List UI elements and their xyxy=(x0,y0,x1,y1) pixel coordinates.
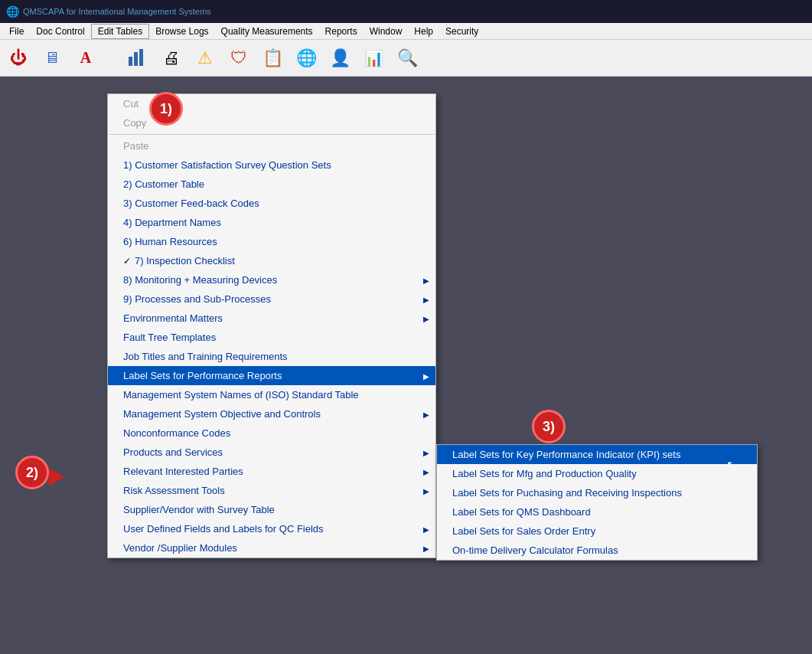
menu-reports[interactable]: Reports xyxy=(319,25,364,38)
menu-item-7[interactable]: 7) Inspection Checklist xyxy=(108,251,435,270)
menu-label-sets[interactable]: Label Sets for Performance Reports xyxy=(108,366,435,385)
menu-quality-measurements[interactable]: Quality Measurements xyxy=(215,25,319,38)
menu-doc-control[interactable]: Doc Control xyxy=(30,25,90,38)
submenu-qms[interactable]: Label Sets for QMS Dashboard xyxy=(437,502,757,522)
search-icon: 🔍 xyxy=(397,48,418,68)
menu-job[interactable]: Job Titles and Training Requirements xyxy=(108,347,435,366)
acrobat-icon: A xyxy=(80,49,91,67)
submenu-kpi[interactable]: Label Sets for Key Performance Indicator… xyxy=(437,445,757,464)
person-button[interactable]: 👤 xyxy=(324,44,355,73)
badge-2: 2) xyxy=(15,456,49,489)
menu-bar: File Doc Control Edit Tables Browse Logs… xyxy=(0,23,812,40)
menu-edit-tables[interactable]: Edit Tables xyxy=(91,24,149,39)
badge-1: 1) xyxy=(149,92,183,126)
badge-3: 3) xyxy=(532,410,566,443)
submenu-sales[interactable]: Label Sets for Sales Order Entry xyxy=(437,522,757,541)
menu-item-8[interactable]: 8) Monitoring + Measuring Devices xyxy=(108,270,435,289)
barchart-button[interactable] xyxy=(122,44,153,73)
monitor-button[interactable]: 🖥 xyxy=(37,44,67,73)
edit-tables-menu: Cut Copy Paste 1) Customer Satisfaction … xyxy=(107,93,436,558)
svg-rect-1 xyxy=(134,52,138,66)
submenu-mfg[interactable]: Label Sets for Mfg and Production Qualit… xyxy=(437,464,757,483)
badge-2-arrow xyxy=(49,468,64,486)
menu-browse-logs[interactable]: Browse Logs xyxy=(149,25,214,38)
title-bar: 🌐 QMSCAPA for International Management S… xyxy=(0,0,812,23)
menu-item-9[interactable]: 9) Processes and Sub-Processes xyxy=(108,289,435,309)
menu-risk[interactable]: Risk Assessment Tools xyxy=(108,481,435,500)
print-button[interactable]: 🖨 xyxy=(156,44,187,73)
submenu-ontime[interactable]: On-time Delivery Calculator Formulas xyxy=(437,541,757,560)
menu-products[interactable]: Products and Services xyxy=(108,443,435,462)
menu-help[interactable]: Help xyxy=(408,25,439,38)
warning-icon: ⚠ xyxy=(197,48,213,68)
menu-user-def[interactable]: User Defined Fields and Labels for QC Fi… xyxy=(108,519,435,538)
warning-button[interactable]: ⚠ xyxy=(190,44,220,73)
menu-supplier[interactable]: Supplier/Vendor with Survey Table xyxy=(108,500,435,519)
menu-file[interactable]: File xyxy=(3,25,30,38)
chart2-button[interactable]: 📊 xyxy=(358,44,389,73)
toolbar: ⏻ 🖥 A 🖨 ⚠ 🛡 📋 xyxy=(0,40,812,77)
chart2-icon: 📊 xyxy=(364,49,383,67)
app-title: QMSCAPA for International Management Sys… xyxy=(23,7,211,16)
menu-env[interactable]: Environmental Matters xyxy=(108,309,435,328)
menu-nonconf[interactable]: Nonconformance Codes xyxy=(108,423,435,443)
monitor-icon: 🖥 xyxy=(44,49,60,67)
label-sets-submenu: Label Sets for Key Performance Indicator… xyxy=(436,444,758,561)
menu-relevant[interactable]: Relevant Interested Parties xyxy=(108,462,435,481)
menu-item-1[interactable]: 1) Customer Satisfaction Survey Question… xyxy=(108,155,435,175)
svg-rect-0 xyxy=(129,57,132,66)
shield-button[interactable]: 🛡 xyxy=(223,44,254,73)
menu-vendor[interactable]: Vendor /Supplier Modules xyxy=(108,538,435,558)
svg-rect-2 xyxy=(139,49,143,66)
menu-item-3[interactable]: 3) Customer Feed-back Codes xyxy=(108,194,435,213)
list-button[interactable]: 📋 xyxy=(257,44,288,73)
menu-item-4[interactable]: 4) Department Names xyxy=(108,213,435,232)
print-icon: 🖨 xyxy=(163,48,180,68)
list-icon: 📋 xyxy=(263,48,283,68)
app-window: 🌐 QMSCAPA for International Management S… xyxy=(0,0,812,654)
search-button[interactable]: 🔍 xyxy=(392,44,422,73)
menu-item-6[interactable]: 6) Human Resources xyxy=(108,232,435,251)
menu-mgmt-names[interactable]: Management System Names of (ISO) Standar… xyxy=(108,385,435,404)
globe-icon: 🌐 xyxy=(6,5,19,18)
power-button[interactable]: ⏻ xyxy=(3,44,34,73)
globe-toolbar-icon: 🌐 xyxy=(296,48,317,68)
content-area: Cut Copy Paste 1) Customer Satisfaction … xyxy=(0,77,812,654)
menu-fault[interactable]: Fault Tree Templates xyxy=(108,328,435,347)
submenu-purchasing[interactable]: Label Sets for Puchasing and Receiving I… xyxy=(437,483,757,502)
shield-icon: 🛡 xyxy=(230,48,247,68)
menu-item-2[interactable]: 2) Customer Table xyxy=(108,175,435,194)
menu-window[interactable]: Window xyxy=(364,25,409,38)
power-icon: ⏻ xyxy=(10,48,27,68)
globe-toolbar-button[interactable]: 🌐 xyxy=(291,44,321,73)
menu-security[interactable]: Security xyxy=(439,25,484,38)
person-icon: 👤 xyxy=(330,48,351,68)
barchart-icon xyxy=(127,46,148,70)
paste-item[interactable]: Paste xyxy=(108,134,435,155)
menu-mgmt-obj[interactable]: Management System Objective and Controls xyxy=(108,404,435,423)
acrobat-button[interactable]: A xyxy=(70,44,101,73)
